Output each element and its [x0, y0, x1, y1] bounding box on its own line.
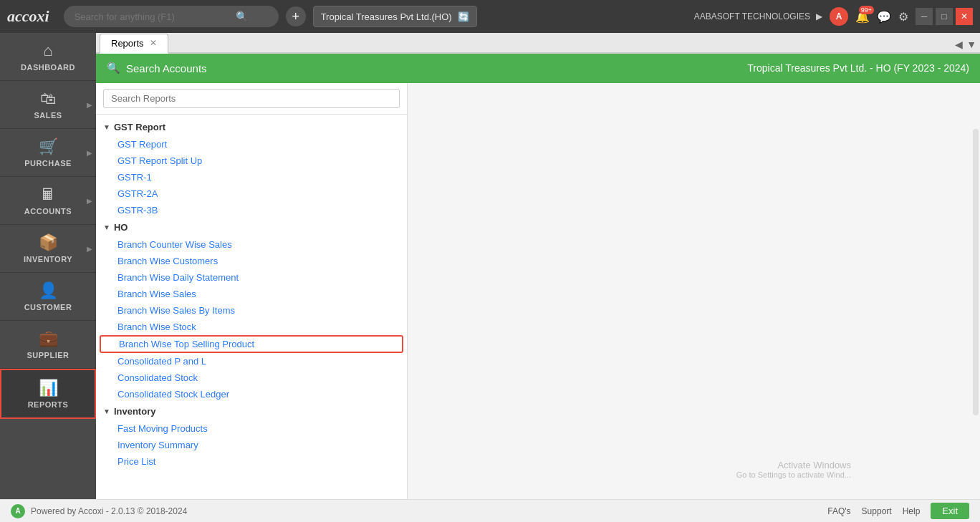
dashboard-icon: ⌂: [43, 42, 52, 60]
user-info: AABASOFT TECHNOLOGIES ▶: [694, 11, 822, 21]
tab-controls: ◀ ▼: [955, 39, 976, 52]
user-name: AABASOFT TECHNOLOGIES: [694, 11, 810, 21]
global-search-input[interactable]: [75, 11, 254, 22]
tab-bar: Reports ✕ ◀ ▼: [96, 33, 980, 54]
sidebar-item-accounts[interactable]: 🖩 ACCOUNTS ▶: [0, 177, 96, 225]
tree-item-consolidated-pl[interactable]: Consolidated P and L: [96, 353, 407, 369]
sidebar-label-dashboard: DASHBOARD: [21, 63, 75, 72]
sidebar-label-supplier: SUPPLIER: [27, 351, 69, 359]
tree-item-branch-counter-wise-sales[interactable]: Branch Counter Wise Sales: [96, 236, 407, 253]
help-link[interactable]: Help: [903, 506, 921, 516]
tree-item-consolidated-stock[interactable]: Consolidated Stock: [96, 369, 407, 386]
search-accounts-label: Search Accounts: [126, 62, 207, 74]
close-button[interactable]: ✕: [956, 8, 973, 25]
tab-close-icon[interactable]: ✕: [150, 38, 157, 48]
avatar: A: [830, 7, 848, 26]
sidebar-label-purchase: PURCHASE: [24, 159, 72, 168]
reports-panel: ▼ GST Report GST Report GST Report Split…: [96, 83, 980, 499]
tree-item-inventory-summary[interactable]: Inventory Summary: [96, 437, 407, 453]
main-content-area: Activate Windows Go to Settings to activ…: [408, 83, 980, 499]
tab-next-button[interactable]: ▼: [966, 39, 976, 50]
tree-group-ho[interactable]: ▼ HO: [96, 218, 407, 236]
tree-item-branch-wise-sales-items[interactable]: Branch Wise Sales By Items: [96, 302, 407, 319]
sidebar-label-customer: CUSTOMER: [24, 303, 72, 311]
sidebar-label-accounts: ACCOUNTS: [24, 207, 72, 216]
accounts-icon: 🖩: [40, 185, 56, 204]
window-controls: ─ □ ✕: [916, 8, 973, 25]
notification-button[interactable]: 🔔 99+: [855, 10, 870, 24]
tree-panel: ▼ GST Report GST Report GST Report Split…: [96, 83, 408, 499]
inventory-arrow-icon: ▼: [103, 407, 110, 415]
global-search-container: 🔍: [64, 6, 279, 27]
support-link[interactable]: Support: [862, 506, 892, 516]
purchase-icon: 🛒: [39, 137, 58, 156]
bottom-bar: A Powered by Accoxi - 2.0.13 © 2018-2024…: [0, 499, 980, 522]
tree-item-branch-wise-top[interactable]: Branch Wise Top Selling Product: [100, 335, 403, 353]
sidebar-item-purchase[interactable]: 🛒 PURCHASE ▶: [0, 129, 96, 177]
tree-item-gst-report[interactable]: GST Report: [96, 136, 407, 153]
search-icon: 🔍: [107, 62, 120, 74]
add-button[interactable]: +: [286, 6, 306, 26]
refresh-icon: 🔄: [458, 11, 469, 22]
tree-group-gst-report[interactable]: ▼ GST Report: [96, 118, 407, 136]
tree-item-gstr2a[interactable]: GSTR-2A: [96, 185, 407, 202]
inventory-icon: 📦: [39, 233, 58, 252]
sales-arrow-icon: ▶: [87, 101, 92, 109]
sidebar-item-customer[interactable]: 👤 CUSTOMER: [0, 273, 96, 321]
tree-group-inventory[interactable]: ▼ Inventory: [96, 402, 407, 420]
tree-item-gst-report-split[interactable]: GST Report Split Up: [96, 153, 407, 169]
company-fy-label: Tropical Treasures Pvt Ltd. - HO (FY 202…: [747, 62, 969, 74]
tree-item-branch-wise-stock[interactable]: Branch Wise Stock: [96, 319, 407, 335]
tab-prev-button[interactable]: ◀: [955, 39, 963, 50]
notification-badge: 99+: [859, 6, 874, 14]
reports-icon: 📊: [39, 379, 58, 397]
tree-item-fast-moving[interactable]: Fast Moving Products: [96, 420, 407, 437]
scrollbar-track[interactable]: [973, 129, 979, 415]
tab-label: Reports: [111, 38, 144, 49]
inventory-arrow-icon: ▶: [87, 245, 92, 253]
search-reports-input[interactable]: [103, 89, 400, 108]
powered-by-label: Powered by Accoxi - 2.0.13 © 2018-2024: [31, 506, 187, 516]
tree-item-branch-wise-customers[interactable]: Branch Wise Customers: [96, 253, 407, 269]
maximize-button[interactable]: □: [936, 8, 953, 25]
tree-item-gstr3b[interactable]: GSTR-3B: [96, 202, 407, 218]
message-button[interactable]: 💬: [877, 10, 891, 24]
main-container: ⌂ DASHBOARD 🛍 SALES ▶ 🛒 PURCHASE ▶ 🖩 ACC…: [0, 33, 980, 499]
content-area: Reports ✕ ◀ ▼ 🔍 Search Accounts Tropical…: [96, 33, 980, 499]
company-selector[interactable]: Tropical Treasures Pvt Ltd.(HO) 🔄: [313, 6, 477, 27]
ho-items: Branch Counter Wise Sales Branch Wise Cu…: [96, 236, 407, 402]
search-icon: 🔍: [236, 11, 248, 22]
tree-item-consolidated-stock-ledger[interactable]: Consolidated Stock Ledger: [96, 386, 407, 402]
accoxi-small-logo: A: [11, 504, 25, 518]
tree-item-price-list[interactable]: Price List: [96, 453, 407, 470]
sidebar-item-inventory[interactable]: 📦 INVENTORY ▶: [0, 225, 96, 273]
settings-button[interactable]: ⚙: [898, 10, 908, 24]
sidebar-item-reports[interactable]: 📊 REPORTS: [0, 369, 96, 419]
faq-link[interactable]: FAQ's: [827, 506, 850, 516]
sidebar: ⌂ DASHBOARD 🛍 SALES ▶ 🛒 PURCHASE ▶ 🖩 ACC…: [0, 33, 96, 499]
gst-report-arrow-icon: ▼: [103, 123, 110, 131]
notification-area: 🔔 99+ 💬 ⚙: [855, 10, 908, 24]
search-reports-container: [96, 83, 407, 115]
top-bar: accoxi 🔍 + Tropical Treasures Pvt Ltd.(H…: [0, 0, 980, 33]
gst-report-group-label: GST Report: [114, 122, 165, 132]
green-header: 🔍 Search Accounts Tropical Treasures Pvt…: [96, 54, 980, 83]
minimize-button[interactable]: ─: [916, 8, 933, 25]
sidebar-item-supplier[interactable]: 💼 SUPPLIER: [0, 321, 96, 369]
tree-content: ▼ GST Report GST Report GST Report Split…: [96, 115, 407, 499]
sidebar-item-dashboard[interactable]: ⌂ DASHBOARD: [0, 33, 96, 81]
arrow-icon: ▶: [816, 11, 822, 21]
sales-icon: 🛍: [40, 90, 56, 108]
exit-button[interactable]: Exit: [931, 503, 969, 519]
ho-group-label: HO: [114, 222, 128, 233]
tree-item-branch-wise-sales[interactable]: Branch Wise Sales: [96, 286, 407, 302]
inventory-group-label: Inventory: [114, 406, 156, 417]
tree-item-branch-wise-daily[interactable]: Branch Wise Daily Statement: [96, 269, 407, 286]
sidebar-item-sales[interactable]: 🛍 SALES ▶: [0, 81, 96, 129]
app-logo: accoxi: [7, 7, 49, 26]
tab-reports[interactable]: Reports ✕: [100, 34, 168, 54]
tree-item-gstr1[interactable]: GSTR-1: [96, 169, 407, 185]
company-name: Tropical Treasures Pvt Ltd.(HO): [321, 11, 452, 22]
bottom-right: FAQ's Support Help Exit: [827, 503, 969, 519]
supplier-icon: 💼: [39, 329, 58, 348]
